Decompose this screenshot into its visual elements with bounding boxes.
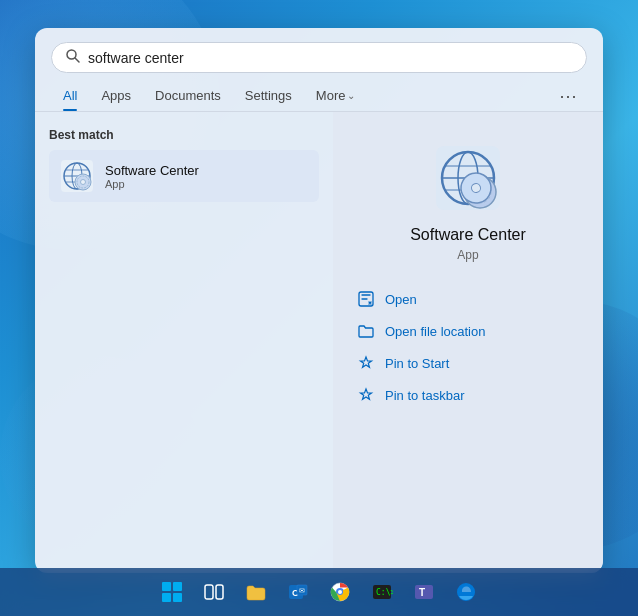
- edge-icon[interactable]: [448, 574, 484, 610]
- right-panel: Software Center App Open: [333, 112, 603, 573]
- action-open[interactable]: Open: [357, 290, 579, 308]
- outlook-icon[interactable]: O ✉: [280, 574, 316, 610]
- tab-all[interactable]: All: [51, 82, 89, 111]
- action-pin-to-start-label: Pin to Start: [385, 356, 449, 371]
- pin-taskbar-icon: [357, 386, 375, 404]
- pin-start-icon: [357, 354, 375, 372]
- best-match-label: Best match: [49, 128, 319, 142]
- svg-rect-26: [173, 593, 182, 602]
- chevron-down-icon: ⌄: [347, 90, 355, 101]
- main-content: Best match: [35, 112, 603, 573]
- svg-text:✉: ✉: [299, 587, 305, 594]
- action-open-file-location[interactable]: Open file location: [357, 322, 579, 340]
- action-open-file-location-label: Open file location: [385, 324, 485, 339]
- svg-rect-28: [216, 585, 223, 599]
- teams-icon[interactable]: T: [406, 574, 442, 610]
- folder-icon: [357, 322, 375, 340]
- more-options-button[interactable]: ⋯: [551, 81, 587, 111]
- action-pin-to-start[interactable]: Pin to Start: [357, 354, 579, 372]
- search-bar[interactable]: [51, 42, 587, 73]
- svg-rect-25: [162, 593, 171, 602]
- tab-documents[interactable]: Documents: [143, 82, 233, 111]
- svg-rect-23: [162, 582, 171, 591]
- detail-app-name: Software Center: [410, 226, 526, 244]
- windows-start-icon[interactable]: [154, 574, 190, 610]
- svg-text:C:\>: C:\>: [376, 588, 393, 597]
- svg-point-36: [338, 590, 342, 594]
- svg-rect-27: [205, 585, 213, 599]
- app-icon-large: [432, 142, 504, 214]
- action-open-label: Open: [385, 292, 417, 307]
- svg-rect-24: [173, 582, 182, 591]
- start-menu: All Apps Documents Settings More ⌄ ⋯ Bes…: [35, 28, 603, 573]
- open-icon: [357, 290, 375, 308]
- svg-point-9: [81, 180, 86, 185]
- svg-text:T: T: [419, 587, 425, 598]
- action-list: Open Open file location: [333, 290, 603, 404]
- taskbar: O ✉ C:\> T: [0, 568, 638, 616]
- action-pin-to-taskbar[interactable]: Pin to taskbar: [357, 386, 579, 404]
- result-item-software-center[interactable]: Software Center App: [49, 150, 319, 202]
- chrome-icon[interactable]: [322, 574, 358, 610]
- result-item-text: Software Center App: [105, 163, 199, 190]
- left-panel: Best match: [35, 112, 333, 573]
- terminal-icon[interactable]: C:\>: [364, 574, 400, 610]
- task-view-icon[interactable]: [196, 574, 232, 610]
- file-explorer-icon[interactable]: [238, 574, 274, 610]
- action-pin-to-taskbar-label: Pin to taskbar: [385, 388, 465, 403]
- tab-apps[interactable]: Apps: [89, 82, 143, 111]
- result-item-icon: [59, 158, 95, 194]
- search-icon: [66, 49, 80, 66]
- search-input[interactable]: [88, 50, 572, 66]
- tab-settings[interactable]: Settings: [233, 82, 304, 111]
- app-type: App: [105, 178, 199, 190]
- detail-app-type: App: [457, 248, 478, 262]
- tab-more[interactable]: More ⌄: [304, 82, 368, 111]
- svg-line-1: [75, 58, 79, 62]
- app-name: Software Center: [105, 163, 199, 178]
- tabs-row: All Apps Documents Settings More ⌄ ⋯: [35, 73, 603, 112]
